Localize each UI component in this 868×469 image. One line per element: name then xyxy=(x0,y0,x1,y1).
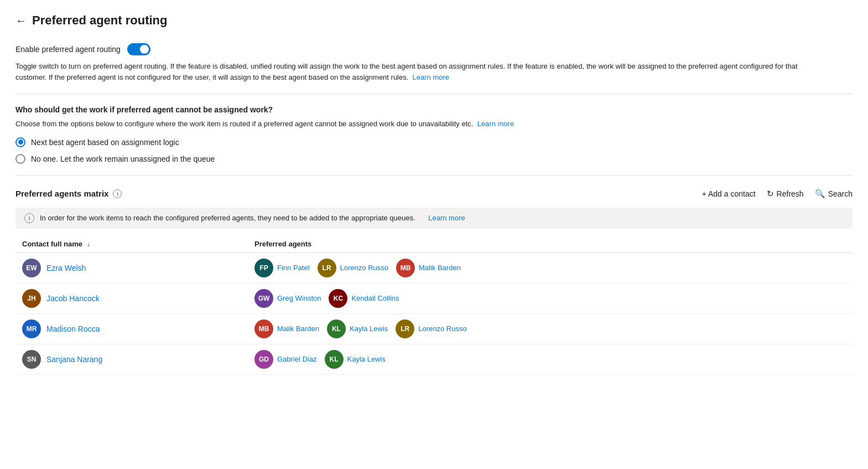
agent-avatar: KL xyxy=(327,319,346,338)
table-row: EW Ezra Welsh FP Finn Patel LR Lorenzo R… xyxy=(15,253,853,284)
contact-cell-0: EW Ezra Welsh xyxy=(22,259,254,277)
agent-item: LR Lorenzo Russo xyxy=(318,259,388,277)
agent-item: KL Kayla Lewis xyxy=(327,319,388,338)
matrix-header: Preferred agents matrix i + Add a contac… xyxy=(15,187,853,199)
divider-1 xyxy=(15,94,853,94)
add-contact-button[interactable]: + Add a contact xyxy=(702,189,756,198)
notice-text: In order for the work items to reach the… xyxy=(40,214,415,222)
routing-description: Choose from the options below to configu… xyxy=(15,118,823,130)
agent-item: GD Gabriel Diaz xyxy=(254,350,317,369)
radio-label-1: Next best agent based on assignment logi… xyxy=(31,138,179,147)
agent-avatar: MB xyxy=(396,259,415,277)
table-row: SN Sanjana Narang GD Gabriel Diaz KL Kay… xyxy=(15,344,853,375)
avatar-1: JH xyxy=(22,289,41,308)
avatar-0: EW xyxy=(22,259,41,277)
toggle-description: Toggle switch to turn on preferred agent… xyxy=(15,61,823,83)
radio-option-2[interactable]: No one. Let the work remain unassigned i… xyxy=(15,154,853,164)
matrix-title: Preferred agents matrix xyxy=(15,189,108,198)
agent-name[interactable]: Lorenzo Russo xyxy=(418,324,466,333)
avatar-3: SN xyxy=(22,350,41,369)
agent-avatar: GD xyxy=(254,350,273,369)
radio-group: Next best agent based on assignment logi… xyxy=(15,137,853,164)
contact-name-3[interactable]: Sanjana Narang xyxy=(46,355,102,364)
page-container: ← Preferred agent routing Enable preferr… xyxy=(0,0,868,469)
agent-avatar: GW xyxy=(254,289,273,308)
page-header: ← Preferred agent routing xyxy=(15,13,853,28)
radio-option-1[interactable]: Next best agent based on assignment logi… xyxy=(15,137,853,147)
refresh-icon: ↻ xyxy=(767,189,774,199)
col-contact-header: Contact full name ↓ xyxy=(22,240,254,248)
enable-toggle[interactable] xyxy=(127,43,150,55)
notice-icon: i xyxy=(24,213,34,223)
contact-cell-2: MR Madison Rocca xyxy=(22,319,254,338)
agent-name[interactable]: Kayla Lewis xyxy=(350,324,388,333)
agents-cell-0: FP Finn Patel LR Lorenzo Russo MB Malik … xyxy=(254,259,846,277)
agent-avatar: LR xyxy=(318,259,336,277)
agent-avatar: KL xyxy=(325,350,344,369)
agent-avatar: FP xyxy=(254,259,273,277)
agent-name[interactable]: Lorenzo Russo xyxy=(340,264,388,272)
contact-name-2[interactable]: Madison Rocca xyxy=(46,324,100,333)
agent-avatar: MB xyxy=(254,319,273,338)
matrix-title-group: Preferred agents matrix i xyxy=(15,189,122,198)
col-agents-header: Preferred agents xyxy=(254,240,846,248)
avatar-2: MR xyxy=(22,319,41,338)
agent-avatar: LR xyxy=(396,319,414,338)
agent-item: MB Malik Barden xyxy=(254,319,319,338)
table-header: Contact full name ↓ Preferred agents xyxy=(15,235,853,253)
table-row: MR Madison Rocca MB Malik Barden KL Kayl… xyxy=(15,314,853,344)
agent-name[interactable]: Finn Patel xyxy=(277,264,310,272)
toggle-row: Enable preferred agent routing xyxy=(15,43,853,55)
agent-item: KL Kayla Lewis xyxy=(325,350,386,369)
radio-circle-2 xyxy=(15,154,25,164)
notice-bar: i In order for the work items to reach t… xyxy=(15,208,853,229)
divider-2 xyxy=(15,175,853,176)
agents-cell-1: GW Greg Winston KC Kendall Collins xyxy=(254,289,846,308)
routing-section: Who should get the work if preferred age… xyxy=(15,105,853,164)
toggle-label: Enable preferred agent routing xyxy=(15,45,121,54)
matrix-section: Preferred agents matrix i + Add a contac… xyxy=(15,187,853,375)
toggle-section: Enable preferred agent routing Toggle sw… xyxy=(15,43,853,83)
matrix-actions: + Add a contact ↻ Refresh 🔍 Search xyxy=(702,189,853,199)
agent-item: FP Finn Patel xyxy=(254,259,310,277)
notice-learn-more-link[interactable]: Learn more xyxy=(428,214,465,222)
sort-arrow-icon: ↓ xyxy=(87,240,90,248)
agents-cell-2: MB Malik Barden KL Kayla Lewis LR Lorenz… xyxy=(254,319,846,338)
agent-name[interactable]: Malik Barden xyxy=(277,324,319,333)
agent-item: MB Malik Barden xyxy=(396,259,461,277)
toggle-learn-more-link[interactable]: Learn more xyxy=(413,73,449,81)
agent-name[interactable]: Greg Winston xyxy=(277,294,321,302)
agent-item: KC Kendall Collins xyxy=(329,289,399,308)
radio-circle-1 xyxy=(15,137,25,147)
agent-item: GW Greg Winston xyxy=(254,289,321,308)
agents-cell-3: GD Gabriel Diaz KL Kayla Lewis xyxy=(254,350,846,369)
contacts-table: Contact full name ↓ Preferred agents EW … xyxy=(15,235,853,375)
search-icon: 🔍 xyxy=(815,189,825,199)
agent-item: LR Lorenzo Russo xyxy=(396,319,466,338)
routing-section-title: Who should get the work if preferred age… xyxy=(15,105,853,114)
contact-name-1[interactable]: Jacob Hancock xyxy=(46,294,100,303)
back-button[interactable]: ← xyxy=(15,14,27,27)
contact-cell-3: SN Sanjana Narang xyxy=(22,350,254,369)
contact-cell-1: JH Jacob Hancock xyxy=(22,289,254,308)
search-button[interactable]: 🔍 Search xyxy=(815,189,853,199)
routing-learn-more-link[interactable]: Learn more xyxy=(477,120,514,128)
refresh-button[interactable]: ↻ Refresh xyxy=(767,189,804,199)
agent-name[interactable]: Malik Barden xyxy=(419,264,461,272)
agent-name[interactable]: Kendall Collins xyxy=(351,294,399,302)
page-title: Preferred agent routing xyxy=(32,13,167,28)
agent-name[interactable]: Kayla Lewis xyxy=(347,355,386,363)
agent-name[interactable]: Gabriel Diaz xyxy=(277,355,317,363)
matrix-info-icon[interactable]: i xyxy=(113,189,122,198)
table-row: JH Jacob Hancock GW Greg Winston KC Kend… xyxy=(15,284,853,314)
agent-avatar: KC xyxy=(329,289,347,308)
contact-name-0[interactable]: Ezra Welsh xyxy=(46,264,86,272)
radio-label-2: No one. Let the work remain unassigned i… xyxy=(31,154,215,163)
